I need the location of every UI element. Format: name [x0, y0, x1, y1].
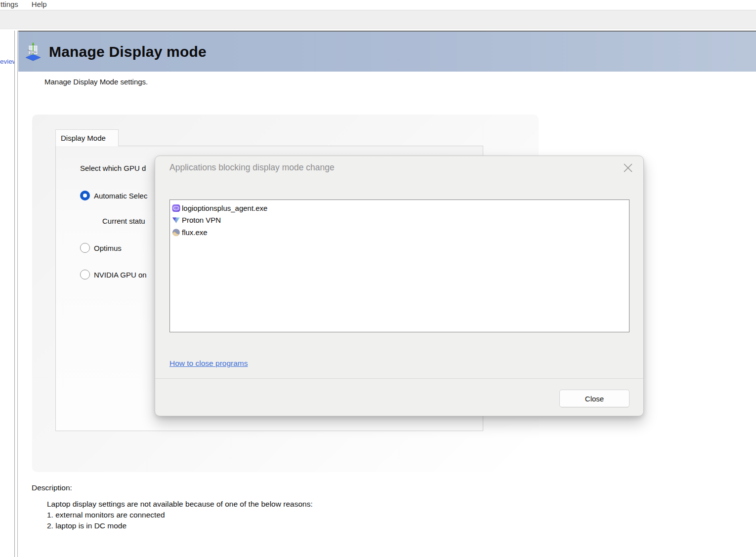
radio-unselected-icon[interactable] — [80, 243, 90, 253]
description-line: 2. laptop is in DC mode — [47, 521, 126, 530]
description-line: Laptop display settings are not availabl… — [47, 500, 313, 509]
gpu-select-prompt: Select which GPU d — [80, 164, 146, 172]
menu-bar: ttings Help — [0, 0, 756, 10]
blocking-apps-dialog: Applications blocking display mode chang… — [155, 156, 644, 416]
flux-icon — [172, 228, 180, 237]
blocking-app-list[interactable]: logioptionsplus_agent.exe Proton VPN — [169, 199, 630, 332]
content-left-border — [17, 31, 18, 557]
toolbar-band — [0, 10, 756, 29]
page-subtitle: Manage Display Mode settings. — [44, 78, 148, 86]
app-name: flux.exe — [182, 228, 208, 237]
current-status-label: Current statu — [102, 217, 145, 225]
description-heading: Description: — [32, 483, 72, 492]
sidebar-tree-strip: eview — [0, 31, 15, 557]
list-item-proton-vpn[interactable]: Proton VPN — [172, 214, 627, 227]
radio-selected-icon[interactable] — [80, 191, 90, 200]
close-icon[interactable] — [622, 162, 634, 174]
menu-item-help[interactable]: Help — [32, 0, 47, 8]
radio-unselected-icon[interactable] — [80, 270, 90, 279]
radio-label: Automatic Selec — [94, 192, 147, 200]
logi-options-plus-icon — [172, 204, 180, 212]
list-item-logioptionsplus[interactable]: logioptionsplus_agent.exe — [172, 202, 627, 214]
tab-display-mode[interactable]: Display Mode — [55, 129, 119, 146]
sidebar-item-preview-link[interactable]: eview — [0, 58, 15, 65]
dialog-footer-divider — [155, 378, 643, 379]
how-to-close-programs-link[interactable]: How to close programs — [169, 359, 248, 368]
radio-label: Optimus — [94, 244, 122, 252]
list-item-flux[interactable]: flux.exe — [172, 226, 627, 239]
app-name: Proton VPN — [182, 216, 221, 224]
manage-display-mode-icon — [23, 42, 43, 62]
radio-optimus[interactable]: Optimus — [80, 243, 122, 253]
radio-nvidia-gpu-only[interactable]: NVIDIA GPU on — [80, 270, 147, 279]
app-name: logioptionsplus_agent.exe — [182, 204, 267, 212]
radio-label: NVIDIA GPU on — [94, 271, 147, 279]
close-button[interactable]: Close — [559, 390, 630, 407]
page-header: Manage Display mode — [18, 31, 756, 72]
radio-automatic-select[interactable]: Automatic Selec — [80, 191, 147, 200]
page-title: Manage Display mode — [49, 43, 207, 60]
description-line: 1. external monitors are connected — [47, 511, 165, 519]
proton-vpn-icon — [172, 216, 180, 224]
menu-item-settings[interactable]: ttings — [0, 0, 18, 8]
dialog-title: Applications blocking display mode chang… — [169, 162, 335, 173]
